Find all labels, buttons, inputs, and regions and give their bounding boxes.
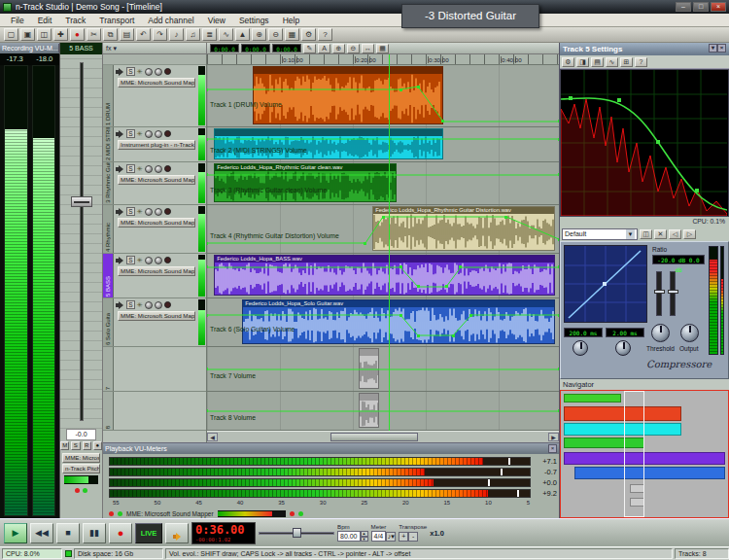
draw-tool-icon[interactable]: ✎ — [303, 44, 316, 53]
snap-grid-icon[interactable]: ▦ — [376, 44, 389, 53]
solo-button[interactable]: S — [126, 256, 135, 264]
wave-editor-icon[interactable]: ∿ — [219, 28, 233, 41]
midi-icon[interactable]: ♪ — [169, 28, 184, 41]
text-tool-icon[interactable]: A — [318, 44, 330, 53]
pan-knob[interactable] — [145, 301, 153, 309]
menu-add-channel[interactable]: Add channel — [141, 15, 200, 26]
speaker-mute-icon[interactable] — [116, 68, 124, 76]
meter-value[interactable]: 4/4 — [371, 531, 387, 542]
send-knob[interactable] — [155, 257, 162, 264]
track-panel-header[interactable]: fx ▾ — [103, 43, 207, 54]
solo-button[interactable]: S — [126, 164, 135, 173]
open-file-icon[interactable]: ▣ — [20, 28, 35, 41]
close-button[interactable]: × — [711, 2, 726, 12]
timeline-track-row-4[interactable]: Track 4 (Rhythmic Guitar Distortion) Vol… — [207, 205, 559, 254]
eq-bands-icon[interactable]: ▤ — [591, 57, 604, 67]
help-icon[interactable]: ? — [318, 28, 332, 41]
pan-knob[interactable] — [145, 208, 153, 216]
add-channel-icon[interactable]: ✚ — [53, 28, 68, 41]
monitor-speaker-button[interactable] — [165, 523, 189, 543]
record-arm-icon[interactable] — [164, 130, 171, 137]
record-button[interactable]: ● — [109, 523, 132, 543]
playback-device-label[interactable]: MME: Microsoft Sound Mapper — [126, 510, 214, 517]
volume-fader[interactable] — [60, 54, 102, 429]
track-name-strip[interactable]: 4 Rhythmic — [103, 205, 114, 253]
attack-knob[interactable] — [573, 340, 588, 356]
record-arm-icon[interactable] — [164, 257, 171, 263]
channel-device-button[interactable]: MME: Microso... — [62, 453, 100, 463]
stop-button[interactable]: ■ — [56, 523, 80, 543]
speaker-mute-icon[interactable] — [116, 165, 124, 173]
timeline-track-row-3[interactable]: Track 3 (Rhythmic Guitar clean) VolumeFe… — [207, 162, 559, 205]
bpm-down-icon[interactable]: ▼ — [361, 537, 368, 542]
save-icon[interactable]: ◫ — [37, 28, 52, 41]
pan-knob[interactable] — [145, 165, 153, 173]
undo-icon[interactable]: ↶ — [136, 28, 151, 41]
menu-settings[interactable]: Settings — [232, 15, 276, 26]
track-name-strip[interactable]: 3 Rhythmic Guit — [103, 162, 114, 204]
scroll-right-icon[interactable]: ▶ — [548, 433, 559, 441]
channel-button-s[interactable]: S — [71, 441, 80, 450]
mixer-icon[interactable]: ≣ — [202, 28, 217, 41]
track-name-strip[interactable]: 7 — [103, 347, 114, 391]
channel-button-x[interactable]: ● — [93, 441, 102, 450]
rewind-button[interactable]: ◀◀ — [30, 523, 53, 543]
channel-plugin-button[interactable]: n-Track Pitch... — [62, 464, 100, 473]
minimize-button[interactable]: – — [676, 2, 691, 12]
timeline-track-row-2[interactable]: Track 2 (MIDI STRINGS) Volume — [207, 127, 559, 162]
track-device-button[interactable]: MME: Microsoft Sound Mapper — [118, 175, 195, 185]
add-band-icon[interactable]: ⊞ — [620, 57, 633, 67]
track-device-button[interactable]: MME: Microsoft Sound Mapper — [118, 311, 195, 321]
speaker-mute-icon[interactable] — [116, 130, 124, 138]
fx-icon[interactable]: ✳ — [137, 257, 143, 264]
output-knob[interactable] — [680, 324, 699, 342]
zoom-out-tool-icon[interactable]: ⊖ — [347, 44, 360, 53]
transpose-up-button[interactable]: + — [399, 532, 408, 542]
send-knob[interactable] — [155, 301, 162, 309]
settings-icon[interactable]: ⚙ — [301, 28, 316, 41]
bpm-value[interactable]: 80.00 — [337, 531, 361, 542]
track-name-strip[interactable]: 2 MIDI STRINGS — [103, 127, 114, 161]
send-knob[interactable] — [155, 130, 162, 138]
navigator-canvas[interactable] — [560, 390, 729, 518]
prev-preset-button[interactable]: ◁ — [669, 229, 681, 239]
transpose-down-button[interactable]: - — [408, 532, 418, 542]
speaker-mute-icon[interactable] — [116, 208, 124, 216]
new-song-icon[interactable]: ▢ — [4, 28, 18, 41]
fader-handle[interactable] — [71, 196, 92, 207]
preset-dropdown[interactable]: Default ▼ — [562, 228, 638, 240]
volume-envelope[interactable] — [207, 65, 559, 126]
close-icon[interactable]: × — [717, 44, 726, 52]
release-knob[interactable] — [615, 340, 631, 356]
track-name-strip[interactable]: 5 BASS — [103, 254, 114, 298]
redo-icon[interactable]: ↷ — [153, 28, 167, 41]
eq-display[interactable] — [560, 69, 729, 217]
threshold-knob[interactable] — [651, 324, 670, 342]
note-value-dropdown[interactable]: ♪▾ — [386, 532, 396, 542]
next-preset-button[interactable]: ▷ — [683, 229, 696, 239]
paste-icon[interactable]: ▤ — [120, 28, 134, 41]
record-arm-icon[interactable] — [164, 165, 171, 172]
solo-button[interactable]: S — [126, 207, 135, 216]
collapse-icon[interactable]: ▾ — [709, 44, 717, 52]
close-icon[interactable]: × — [548, 444, 557, 453]
help-icon[interactable]: ? — [635, 57, 647, 67]
piano-roll-icon[interactable]: ♫ — [186, 28, 200, 41]
fx-icon[interactable]: ✳ — [137, 130, 143, 138]
timeline-ruler[interactable]: 0:10.000:20.000:30.000:40.00 — [207, 54, 559, 65]
maximize-button[interactable]: □ — [693, 2, 709, 12]
position-slider[interactable] — [259, 527, 334, 539]
menu-transport[interactable]: Transport — [92, 15, 141, 26]
channel-button-r[interactable]: R — [83, 441, 91, 450]
timeline-track-row-8[interactable]: Track 8 Volume — [207, 392, 559, 431]
metronome-icon[interactable]: ▲ — [235, 28, 250, 41]
channel-button-m[interactable]: M — [60, 441, 69, 450]
solo-button[interactable]: S — [126, 129, 135, 138]
zoom-in-icon[interactable]: ⊕ — [252, 28, 266, 41]
fx-icon[interactable]: ✳ — [137, 68, 143, 76]
send-knob[interactable] — [155, 208, 162, 216]
pan-knob[interactable] — [145, 130, 153, 138]
volume-envelope[interactable] — [207, 298, 559, 346]
track-device-button[interactable]: MME: Microsoft Sound Mapper — [118, 218, 195, 228]
record-arm-icon[interactable] — [164, 68, 171, 75]
